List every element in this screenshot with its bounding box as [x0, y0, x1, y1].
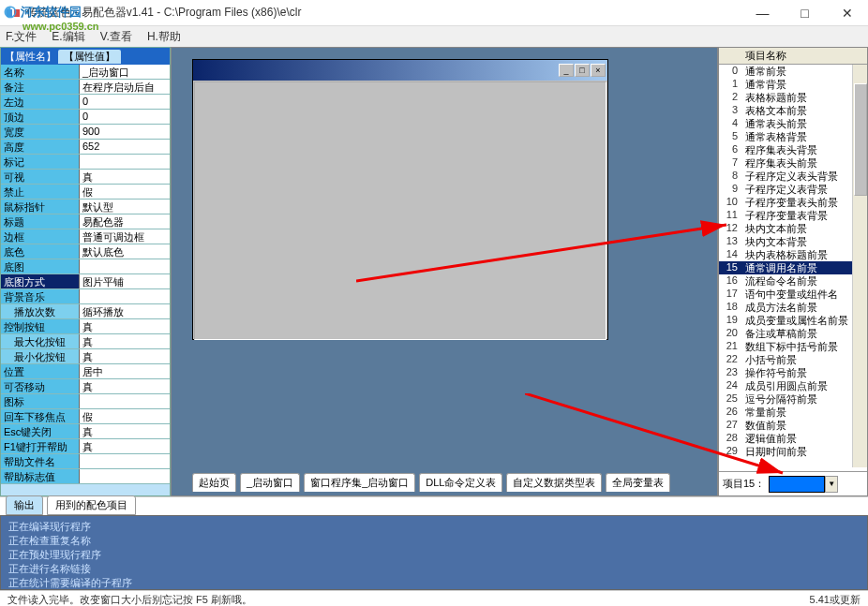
list-item[interactable]: 11子程序变量表背景 — [719, 209, 867, 222]
editor-tab[interactable]: _启动窗口 — [240, 473, 300, 492]
prop-value[interactable]: 真 — [80, 379, 170, 393]
list-item[interactable]: 24成员引用圆点前景 — [719, 379, 867, 392]
prop-value[interactable]: 真 — [80, 319, 170, 333]
list-item[interactable]: 1通常背景 — [719, 78, 867, 91]
prop-row[interactable]: 背景音乐 — [1, 289, 170, 304]
menu-edit[interactable]: E.编辑 — [52, 29, 84, 45]
prop-value[interactable]: 假 — [80, 409, 170, 423]
list-item[interactable]: 27数值前景 — [719, 419, 867, 432]
editor-tab[interactable]: 起始页 — [192, 473, 236, 492]
prop-value[interactable]: _启动窗口 — [80, 65, 170, 79]
color-swatch[interactable] — [769, 476, 825, 493]
prop-value[interactable] — [80, 289, 170, 303]
editor-tab[interactable]: 窗口程序集_启动窗口 — [304, 473, 415, 492]
prop-row[interactable]: 最小化按钮真 — [1, 349, 170, 364]
prop-value[interactable] — [80, 454, 170, 468]
list-item[interactable]: 22小括号前景 — [719, 353, 867, 366]
dw-close-icon[interactable]: × — [591, 64, 606, 77]
prop-header-tab[interactable]: 【属性值】 — [58, 50, 121, 64]
close-button[interactable]: ✕ — [826, 0, 868, 26]
prop-row[interactable]: Esc键关闭真 — [1, 424, 170, 439]
prop-value[interactable]: 真 — [80, 334, 170, 348]
editor-tab[interactable]: 自定义数据类型表 — [506, 473, 602, 492]
prop-row[interactable]: 最大化按钮真 — [1, 334, 170, 349]
minimize-button[interactable]: — — [741, 0, 784, 26]
prop-row[interactable]: 回车下移焦点假 — [1, 409, 170, 424]
prop-value[interactable]: 0 — [80, 95, 170, 109]
prop-row[interactable]: 播放次数循环播放 — [1, 304, 170, 319]
scrollbar[interactable] — [852, 65, 867, 467]
editor-tab[interactable]: 全局变量表 — [606, 473, 670, 492]
prop-row[interactable]: 禁止假 — [1, 185, 170, 200]
prop-row[interactable]: 边框普通可调边框 — [1, 229, 170, 244]
prop-value[interactable]: 默认型 — [80, 200, 170, 214]
prop-value[interactable]: 易配色器 — [80, 214, 170, 229]
list-item[interactable]: 19成员变量或属性名前景 — [719, 314, 867, 327]
list-item[interactable]: 13块内文本背景 — [719, 235, 867, 248]
list-item[interactable]: 10子程序变量表头前景 — [719, 196, 867, 209]
list-item[interactable]: 9子程序定义表背景 — [719, 183, 867, 196]
list-item[interactable]: 15通常调用名前景 — [719, 261, 867, 274]
prop-value[interactable]: 循环播放 — [80, 304, 170, 318]
prop-value[interactable]: 0 — [80, 110, 170, 124]
scroll-thumb[interactable] — [854, 83, 867, 196]
output-panel[interactable]: 正在编译现行程序 正在检查重复名称 正在预处理现行程序 正在进行名称链接 正在统… — [0, 515, 868, 590]
design-canvas[interactable]: _ □ × 起始页_启动窗口窗口程序集_启动窗口DLL命令定义表自定义数据类型表… — [171, 47, 718, 496]
list-item[interactable]: 20备注或草稿前景 — [719, 327, 867, 340]
prop-row[interactable]: 备注在程序启动后自 — [1, 80, 170, 95]
maximize-button[interactable]: □ — [784, 0, 826, 26]
prop-value[interactable]: 假 — [80, 185, 170, 199]
prop-row[interactable]: 控制按钮真 — [1, 319, 170, 334]
prop-row[interactable]: 标记 — [1, 155, 170, 170]
editor-tab[interactable]: DLL命令定义表 — [419, 473, 502, 492]
prop-value[interactable]: 真 — [80, 424, 170, 438]
prop-row[interactable]: 位置居中 — [1, 364, 170, 379]
prop-value[interactable]: 普通可调边框 — [80, 229, 170, 244]
prop-value[interactable] — [80, 469, 170, 483]
prop-value[interactable]: 在程序启动后自 — [80, 80, 170, 94]
list-item[interactable]: 25逗号分隔符前景 — [719, 392, 867, 406]
prop-row[interactable]: 帮助标志值 — [1, 469, 170, 484]
list-item[interactable]: 17语句中变量或组件名 — [719, 288, 867, 301]
prop-value[interactable] — [80, 394, 170, 408]
prop-row[interactable]: 帮助文件名 — [1, 454, 170, 469]
menu-help[interactable]: H.帮助 — [147, 29, 181, 45]
prop-value[interactable]: 居中 — [80, 364, 170, 378]
item-list[interactable]: 0通常前景1通常背景2表格标题前景3表格文本前景4通常表头前景5通常表格背景6程… — [719, 65, 867, 471]
prop-row[interactable]: 底图 — [1, 259, 170, 274]
list-item[interactable]: 29日期时间前景 — [719, 445, 867, 458]
list-item[interactable]: 23操作符号前景 — [719, 366, 867, 379]
prop-row[interactable]: 底图方式图片平铺 — [1, 274, 170, 289]
dw-min-icon[interactable]: _ — [559, 64, 574, 77]
prop-row[interactable]: 可视真 — [1, 170, 170, 185]
prop-row[interactable]: 可否移动真 — [1, 379, 170, 394]
prop-value[interactable]: 真 — [80, 349, 170, 363]
color-dropdown-icon[interactable]: ▼ — [825, 476, 838, 493]
prop-value[interactable]: 默认底色 — [80, 244, 170, 259]
prop-row[interactable]: 底色默认底色 — [1, 244, 170, 259]
list-item[interactable]: 0通常前景 — [719, 65, 867, 78]
list-item[interactable]: 28逻辑值前景 — [719, 432, 867, 445]
list-item[interactable]: 6程序集表头背景 — [719, 143, 867, 156]
list-item[interactable]: 12块内文本前景 — [719, 222, 867, 235]
menu-file[interactable]: F.文件 — [6, 29, 37, 45]
prop-row[interactable]: 标题易配色器 — [1, 214, 170, 229]
prop-value[interactable] — [80, 155, 170, 169]
tab-used-colors[interactable]: 用到的配色项目 — [47, 495, 136, 515]
prop-value[interactable]: 900 — [80, 125, 170, 139]
list-item[interactable]: 7程序集表头前景 — [719, 156, 867, 170]
list-item[interactable]: 4通常表头前景 — [719, 117, 867, 130]
prop-row[interactable]: 鼠标指针默认型 — [1, 200, 170, 214]
menu-view[interactable]: V.查看 — [100, 29, 132, 45]
prop-value[interactable]: 真 — [80, 439, 170, 453]
list-item[interactable]: 18成员方法名前景 — [719, 301, 867, 314]
prop-value[interactable] — [80, 259, 170, 273]
list-item[interactable]: 3表格文本前景 — [719, 104, 867, 117]
prop-row[interactable]: F1键打开帮助真 — [1, 439, 170, 454]
prop-row[interactable]: 左边0 — [1, 95, 170, 110]
list-item[interactable]: 21数组下标中括号前景 — [719, 340, 867, 353]
prop-value[interactable]: 图片平铺 — [80, 274, 170, 288]
prop-row[interactable]: 宽度900 — [1, 125, 170, 140]
list-item[interactable]: 16流程命令名前景 — [719, 274, 867, 288]
prop-row[interactable]: 顶边0 — [1, 110, 170, 125]
